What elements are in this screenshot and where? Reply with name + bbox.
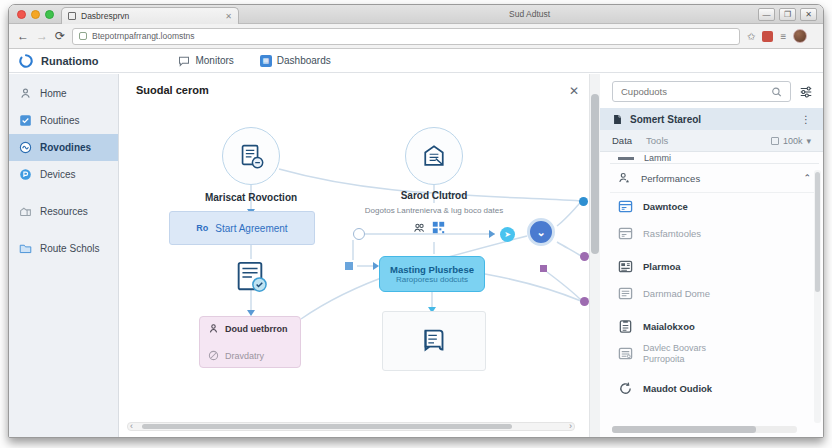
nav-dashboards[interactable]: ▦ Dashboards bbox=[260, 55, 331, 67]
component-list: Lammi Performances ⌃ Dawntoce Rasfamtool… bbox=[600, 152, 823, 437]
maximize-button[interactable]: ❐ bbox=[779, 8, 796, 21]
tab-tools[interactable]: Tools bbox=[646, 135, 668, 146]
sidebar-label: Rovodines bbox=[40, 142, 91, 153]
notebook-icon bbox=[417, 324, 451, 358]
node-archive[interactable] bbox=[382, 311, 486, 371]
canvas-vertical-scrollbar[interactable] bbox=[589, 74, 600, 437]
reload-button[interactable]: ⟳ bbox=[55, 30, 65, 42]
connector-circle[interactable] bbox=[353, 228, 365, 240]
chevron-up-icon[interactable]: ⌃ bbox=[803, 173, 811, 183]
wave-circle-icon bbox=[19, 141, 32, 154]
tab-close-icon[interactable]: ✕ bbox=[225, 12, 232, 21]
scroll-right-arrow[interactable]: › bbox=[569, 421, 572, 431]
back-button[interactable]: ← bbox=[17, 30, 29, 42]
sidebar-item-devices[interactable]: Devices bbox=[9, 161, 118, 188]
edge-endpoint-blue bbox=[579, 197, 588, 206]
partial-label: Lammi bbox=[644, 153, 671, 163]
home-person-icon bbox=[19, 87, 32, 100]
flow-canvas[interactable]: Suodal cerom ✕ bbox=[119, 74, 589, 437]
component-search-input[interactable] bbox=[612, 81, 791, 102]
node-document-check[interactable] bbox=[231, 260, 269, 294]
partial-icon bbox=[618, 157, 634, 160]
sidebar-item-route-schols[interactable]: Route Schols bbox=[9, 235, 118, 262]
forward-button[interactable]: → bbox=[36, 30, 48, 42]
start-badge: Ro bbox=[196, 223, 208, 233]
profile-avatar[interactable] bbox=[793, 29, 807, 43]
decision-node[interactable]: ⌄ bbox=[527, 218, 555, 246]
site-security-icon bbox=[79, 32, 87, 40]
filter-settings-icon[interactable] bbox=[799, 85, 813, 99]
dashboard-icon: ▦ bbox=[260, 55, 272, 67]
section-performances[interactable]: Performances ⌃ bbox=[610, 163, 819, 193]
bookmark-star-icon[interactable]: ✩ bbox=[747, 31, 755, 42]
search-input[interactable] bbox=[621, 86, 771, 97]
app-header: Runatiomo Monitors ▦ Dashboards bbox=[9, 49, 823, 73]
sidebar-item-home[interactable]: Home bbox=[9, 80, 118, 107]
minimize-button[interactable]: — bbox=[758, 8, 775, 21]
zoom-box-icon bbox=[771, 137, 779, 145]
routing-title: Masting Plusrbese bbox=[390, 264, 474, 275]
node-start-agreement[interactable]: Ro Start Agreement bbox=[169, 211, 315, 245]
scroll-left-arrow[interactable]: ‹ bbox=[130, 421, 133, 431]
sidebar-item-routines[interactable]: Routines bbox=[9, 107, 118, 134]
list-item[interactable]: Maudot Oudiok bbox=[610, 375, 819, 402]
nav-monitors[interactable]: Monitors bbox=[178, 55, 233, 67]
node-review[interactable]: Doud uetbrron Dravdatry bbox=[199, 316, 301, 368]
node-document-scan[interactable] bbox=[222, 127, 280, 185]
panel-section-header[interactable]: Somert Stareol ⋮ bbox=[600, 108, 823, 130]
review-row1: Doud uetbrron bbox=[225, 324, 288, 334]
card-icon bbox=[618, 286, 633, 301]
browser-tab[interactable]: Dasbresprvn ✕ bbox=[61, 7, 239, 24]
panel-horizontal-scrollbar[interactable] bbox=[612, 426, 797, 433]
node-send-channel[interactable] bbox=[405, 127, 463, 185]
refresh-circle-icon bbox=[618, 381, 633, 396]
browser-menu-icon[interactable]: ≡ bbox=[780, 31, 786, 42]
canvas-horizontal-scrollbar[interactable]: ‹ › bbox=[127, 422, 575, 431]
zoom-control[interactable]: 100k ▾ bbox=[771, 136, 811, 146]
section-label: Performances bbox=[641, 173, 794, 184]
tab-title: Dasbresprvn bbox=[81, 11, 220, 21]
start-label: Start Agreement bbox=[215, 223, 287, 234]
cyan-step-icon[interactable]: ➤ bbox=[500, 227, 515, 242]
scrollbar-thumb[interactable] bbox=[612, 426, 756, 433]
sidebar-item-resources[interactable]: Resources bbox=[9, 198, 118, 225]
list-item-partial[interactable]: Lammi bbox=[610, 152, 819, 163]
document-icon bbox=[612, 114, 623, 125]
list-item[interactable]: Rasfamtooles bbox=[610, 220, 819, 247]
macos-close-button[interactable] bbox=[17, 10, 26, 19]
app-logo-text[interactable]: Runatiomo bbox=[41, 55, 98, 67]
check-square-icon bbox=[19, 114, 32, 127]
nav-monitors-label: Monitors bbox=[195, 55, 233, 66]
list-item[interactable]: Dawntoce bbox=[610, 193, 819, 220]
item-sublabel: Purropoita bbox=[643, 354, 706, 364]
close-button[interactable]: ✕ bbox=[800, 8, 817, 21]
scrollbar-thumb[interactable] bbox=[142, 424, 512, 429]
list-item[interactable]: Darnmad Dome bbox=[610, 280, 819, 307]
list-item[interactable]: Maialokxoo bbox=[610, 313, 819, 340]
connector-square-purple[interactable] bbox=[540, 265, 547, 272]
extension-icon[interactable] bbox=[762, 31, 773, 42]
card-icon bbox=[618, 199, 633, 214]
kebab-menu-icon[interactable]: ⋮ bbox=[801, 114, 811, 125]
scrollbar-thumb[interactable] bbox=[591, 94, 599, 254]
node-routing[interactable]: Masting Plusrbese Raroporesu dodcuts bbox=[379, 256, 485, 292]
scrollbar-thumb[interactable] bbox=[815, 172, 820, 292]
list-item[interactable]: Davlec Boovars Purropoita bbox=[610, 340, 819, 367]
item-label: Davlec Boovars bbox=[643, 343, 706, 353]
macos-zoom-button[interactable] bbox=[45, 10, 54, 19]
macos-minimize-button[interactable] bbox=[31, 10, 40, 19]
panel-vertical-scrollbar[interactable] bbox=[814, 170, 821, 423]
browser-window: Dasbresprvn ✕ Sud Adtust — ❐ ✕ ← → ⟳ Bte… bbox=[8, 4, 824, 438]
item-label: Dawntoce bbox=[643, 201, 688, 212]
sidebar-label: Route Schols bbox=[40, 243, 99, 254]
connector-square-blue[interactable] bbox=[345, 262, 353, 270]
url-text: Btepotrnpafrrangt.loomstns bbox=[92, 31, 195, 41]
address-bar[interactable]: Btepotrnpafrrangt.loomstns bbox=[72, 28, 740, 45]
sidebar-item-rovodines[interactable]: Rovodines bbox=[9, 134, 118, 161]
document-check-icon bbox=[231, 260, 269, 294]
search-icon bbox=[771, 86, 782, 98]
node-label: Mariscat Rovoction bbox=[205, 192, 297, 203]
list-item[interactable]: Plarmoa bbox=[610, 253, 819, 280]
tab-data[interactable]: Data bbox=[612, 135, 632, 146]
people-icon bbox=[413, 221, 426, 234]
